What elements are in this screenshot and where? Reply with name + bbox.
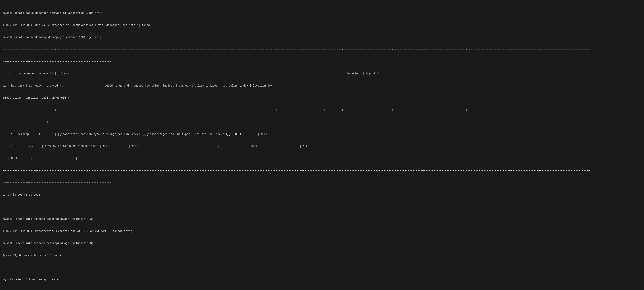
line-4: +------+------------+-----------+-------… <box>3 48 641 52</box>
line-13: | NULL | | <box>3 157 641 161</box>
line-17: mysql> insert intp demoapp.demoapp(id,ag… <box>3 217 641 221</box>
line-7: at | has_data | is_ready | created_at | … <box>3 84 641 88</box>
line-12: | false | true | 2022-07-29 14:30:36.792… <box>3 144 641 149</box>
line-blank-1 <box>3 205 641 209</box>
line-blank-2 <box>3 265 641 270</box>
line-16: 1 row in set (0.00 sec) <box>3 193 641 197</box>
line-14: +------+------------+-----------+-------… <box>3 169 641 173</box>
line-6: | id | table_name | schema_id | columns <box>3 72 641 76</box>
line-11: | 1 | demoapp | 1 | [{"name":"id","colum… <box>3 132 641 136</box>
line-9: +------+------------+-----------+-------… <box>3 108 641 112</box>
line-15: --+------------+-----------+------------… <box>3 181 641 185</box>
terminal-window: mysql> create table demoappp.demoapp(id … <box>3 3 641 290</box>
line-20: Query OK, 0 rows affected (0.05 sec) <box>3 253 641 257</box>
line-8: nload_sizes | partition_split_threshold … <box>3 96 641 100</box>
line-3: mysql> create table demoapp.demoapp(id v… <box>3 35 641 39</box>
line-10: --+------------+-----------+------------… <box>3 120 641 124</box>
line-18: ERROR 1815 (HY000): ParserError("Expecte… <box>3 229 641 233</box>
line-2: ERROR 1815 (HY000): One value expected i… <box>3 23 641 27</box>
line-21: mysql> select * from demoapp.demoapp; <box>3 278 641 282</box>
line-19: mysql> insert into demoapp.demoapp(id,ag… <box>3 241 641 245</box>
line-5: --+------------+-----------+------------… <box>3 60 641 64</box>
line-1: mysql> create table demoappp.demoapp(id … <box>3 11 641 15</box>
